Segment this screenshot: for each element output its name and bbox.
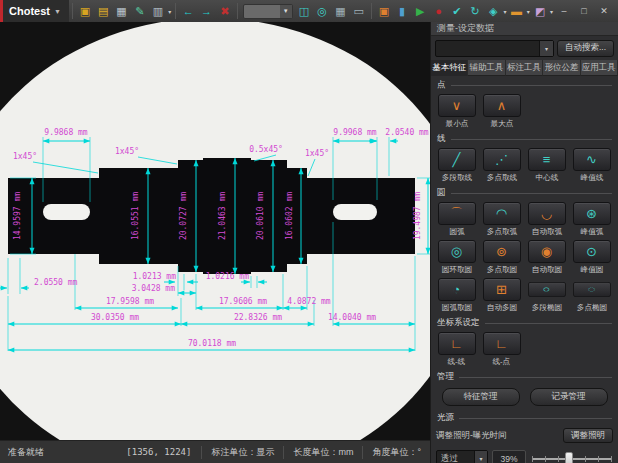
tool-auto-multi-circle[interactable]: ⊞ 自动多圆 [479,278,524,313]
tool-multi-segment-ellipse[interactable]: ○ 多段椭圆 [524,278,569,313]
app-title: Chotest [3,5,50,17]
tool-multi-point-arc[interactable]: ◠ 多点取弧 [479,202,524,237]
section-header-coordinate-system: 坐标系设定 [431,314,618,330]
tool-label: 最大点 [490,118,513,128]
light-adjust-row: 调整照明-曝光时间 调整照明 [431,425,618,446]
layout-icon[interactable]: ▬ [508,3,524,20]
user-settings-icon[interactable]: ◩ [532,3,548,20]
chevron-down-icon[interactable]: ▾ [503,8,506,15]
dim-section2-diameter: 16.0551 mm [131,192,140,240]
slider-thumb[interactable] [565,452,573,463]
tool-multi-point-line[interactable]: ⋰ 多点取线 [479,148,524,183]
slider-tick [585,456,586,462]
tool-multi-point-ellipse[interactable]: ◌ 多点椭圆 [569,278,614,313]
dim-relief-left-width: 3.0428 mm [132,284,176,293]
search-view-icon[interactable]: ◎ [314,3,330,20]
zoom-region-icon[interactable]: ◫ [296,3,312,20]
line-point-axis-icon: ∟ [483,332,521,355]
chevron-down-icon[interactable]: ▾ [539,41,553,56]
auto-search-button[interactable]: 自动搜索... [557,40,614,57]
toolbar-separator [371,3,372,19]
auto-arc-icon: ◡ [528,202,566,225]
grid-icon[interactable]: ▦ [332,3,348,20]
record-manage-button[interactable]: 记录管理 [530,388,608,406]
tool-min-point[interactable]: ∨ 最小点 [434,94,479,129]
adjust-light-button[interactable]: 调整照明 [563,428,613,443]
tool-arc[interactable]: ⌒ 圆弧 [434,202,479,237]
app-menu-button[interactable]: Chotest ▼ [0,0,69,22]
circle-tools-row-3: ◔ 圆弧取圆 ⊞ 自动多圆 ○ 多段椭圆 ◌ 多点椭圆 [431,276,618,314]
close-button[interactable]: ✕ [594,3,614,19]
play-icon[interactable]: ▶ [412,3,428,20]
feature-manage-button[interactable]: 特征管理 [442,388,520,406]
cursor-coordinates: [1356, 1224] [116,447,201,457]
edit-icon[interactable]: ✎ [132,3,148,20]
multi-segment-line-icon: ╱ [438,148,476,171]
tool-line-point-datum[interactable]: ∟ 线-点 [479,332,524,367]
save-icon[interactable]: ▦ [113,3,129,20]
section-header-manage: 管理 [431,368,618,384]
maximize-button[interactable]: □ [574,3,594,19]
peak-circle-icon: ⊙ [573,240,611,263]
status-bar: 准备就绪 [1356, 1224] 标注单位：显示 长度单位：mm 角度单位：° [0,440,430,463]
dim-right-end-diameter: 19.4987 mm [413,192,422,240]
new-project-icon[interactable]: ▣ [77,3,93,20]
save-as-icon[interactable]: ▥ [150,3,166,20]
display-icon[interactable]: ▮ [394,3,410,20]
chevron-down-icon[interactable]: ▾ [168,8,171,15]
tool-label: 峰值线 [580,172,603,182]
tool-arc-to-circle[interactable]: ◔ 圆弧取圆 [434,278,479,313]
tool-label: 峰值弧 [580,226,603,236]
panel-title: 测量-设定数据 [431,22,618,36]
shield-icon[interactable]: ◈ [485,3,501,20]
dim-right-slot-offset: 2.0540 mm [385,128,429,137]
tool-ring-circle[interactable]: ◎ 圆环取圆 [434,240,479,275]
tab-auxiliary-tools[interactable]: 辅助工具 [468,60,505,76]
main-toolbar: Chotest ▼ ▣ ▤ ▦ ✎ ▥ ▾ ← → ✖ ▼ ◫ ◎ ▦ ▭ ▣ … [0,0,618,22]
circle-tools-row-1: ⌒ 圆弧 ◠ 多点取弧 ◡ 自动取弧 ⊛ 峰值弧 [431,200,618,238]
point-tools-row: ∨ 最小点 ∧ 最大点 [431,92,618,130]
chevron-down-icon[interactable]: ▼ [280,5,292,18]
toolbar-combobox[interactable]: ▼ [243,4,293,19]
light-slider-row: 透过 ▾ 39% [431,446,618,463]
tool-auto-circle[interactable]: ◉ 自动取圆 [524,240,569,275]
tool-max-point[interactable]: ∧ 最大点 [479,94,524,129]
tool-label: 圆环取圆 [441,264,471,274]
open-project-icon[interactable]: ▤ [95,3,111,20]
undo-icon[interactable]: ← [180,3,196,20]
delete-icon[interactable]: ✖ [217,3,233,20]
camera-viewport[interactable]: 9.9868 mm 9.9968 mm 2.0540 mm 1x45° 1x45… [0,22,430,440]
tab-application-tools[interactable]: 应用工具 [581,60,618,76]
tool-auto-arc[interactable]: ◡ 自动取弧 [524,202,569,237]
toolbar-separator [72,3,73,19]
minimize-button[interactable]: – [554,3,574,19]
tool-peak-arc[interactable]: ⊛ 峰值弧 [569,202,614,237]
section-header-line: 线 [431,130,618,146]
record-icon[interactable]: ● [430,3,446,20]
tool-peak-circle[interactable]: ⊙ 峰值圆 [569,240,614,275]
chevron-down-icon[interactable]: ▾ [550,8,553,15]
chevron-down-icon[interactable]: ▾ [527,8,530,15]
monitor-icon[interactable]: ▭ [350,3,366,20]
tool-multi-point-circle[interactable]: ⊚ 多点取圆 [479,240,524,275]
tab-basic-features[interactable]: 基本特征 [431,60,468,76]
chevron-down-icon[interactable]: ▾ [474,451,487,463]
tool-peak-line[interactable]: ∿ 峰值线 [569,148,614,183]
refresh-icon[interactable]: ↻ [467,3,483,20]
feature-combobox[interactable]: ▾ [435,40,554,57]
tool-label: 最小点 [445,118,468,128]
status-ready-text: 准备就绪 [0,446,44,459]
redo-icon[interactable]: → [198,3,214,20]
tab-annotation-tools[interactable]: 标注工具 [506,60,543,76]
tool-center-line[interactable]: ≡ 中心线 [524,148,569,183]
light-intensity-slider[interactable] [530,450,613,463]
tab-geometric-tolerance[interactable]: 形位公差 [543,60,580,76]
compare-icon[interactable]: ▣ [376,3,392,20]
confirm-icon[interactable]: ✔ [449,3,465,20]
tool-label: 圆弧 [449,226,464,236]
tool-line-line-datum[interactable]: ∟ 线-线 [434,332,479,367]
slider-tick [545,456,546,462]
toolbar-separator [175,3,176,19]
light-mode-select[interactable]: 透过 ▾ [436,450,488,463]
tool-multi-segment-line[interactable]: ╱ 多段取线 [434,148,479,183]
